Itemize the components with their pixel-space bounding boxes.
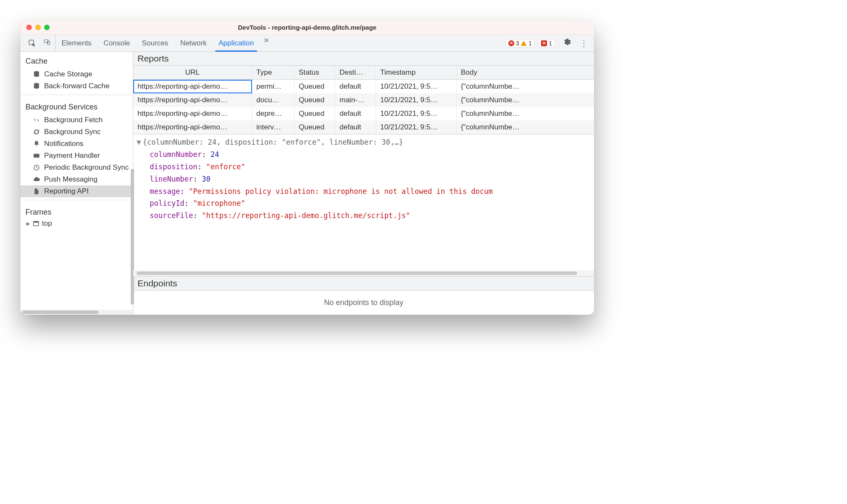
json-value: "microphone": [193, 199, 245, 207]
cloud-icon: [32, 175, 41, 184]
table-row[interactable]: https://reporting-api-demo…depre…Queuedd…: [133, 107, 594, 120]
sidebar-item-label: Background Fetch: [44, 116, 103, 124]
disclosure-triangle-icon[interactable]: ▼: [137, 136, 141, 148]
sidebar-item-background-fetch[interactable]: Background Fetch: [20, 114, 133, 126]
tab-application[interactable]: Application: [213, 35, 260, 51]
window-minimize-button[interactable]: [35, 25, 41, 30]
table-cell: https://reporting-api-demo…: [133, 93, 252, 107]
panel-tabs: Elements Console Sources Network Applica…: [56, 35, 273, 51]
sidebar-item-frame-top[interactable]: ▶ top: [20, 219, 133, 228]
col-body[interactable]: Body: [457, 66, 594, 79]
svg-rect-6: [34, 155, 39, 156]
report-body-json-viewer[interactable]: ▼{columnNumber: 24, disposition: "enforc…: [133, 134, 594, 270]
sidebar-item-periodic-background-sync[interactable]: Periodic Background Sync: [20, 162, 133, 174]
more-tabs-button[interactable]: »: [260, 35, 273, 51]
table-cell: default: [335, 107, 376, 120]
json-value: 24: [210, 150, 219, 159]
database-icon: [32, 82, 41, 90]
json-key: sourceFile: [150, 211, 193, 220]
disclosure-triangle-icon[interactable]: ▶: [26, 221, 30, 227]
table-cell: 10/21/2021, 9:5…: [376, 93, 457, 107]
tab-console[interactable]: Console: [98, 35, 136, 51]
sidebar-item-notifications[interactable]: Notifications: [20, 138, 133, 150]
col-timestamp[interactable]: Timestamp: [376, 66, 457, 79]
sidebar-vertical-scrollbar-thumb[interactable]: [131, 169, 134, 305]
clock-icon: [32, 163, 41, 172]
endpoints-empty-message: No endpoints to display: [133, 291, 594, 315]
table-cell: https://reporting-api-demo…: [133, 120, 252, 134]
devtools-window: DevTools - reporting-api-demo.glitch.me/…: [20, 20, 594, 315]
table-row[interactable]: https://reporting-api-demo…interv…Queued…: [133, 120, 594, 134]
table-cell: Queued: [294, 120, 335, 134]
sidebar-item-reporting-api[interactable]: Reporting API: [20, 185, 133, 197]
reports-pane-title: Reports: [133, 52, 594, 66]
sidebar-item-label: Payment Handler: [44, 151, 100, 160]
table-cell: depre…: [252, 107, 294, 120]
col-url[interactable]: URL: [133, 66, 252, 79]
issue-count: 1: [549, 40, 552, 47]
table-cell: main-…: [335, 93, 376, 107]
warning-count: 1: [528, 40, 532, 47]
json-value: "https://reporting-api-demo.glitch.me/sc…: [202, 211, 410, 220]
json-key: policyId: [150, 199, 185, 207]
json-value: 30: [202, 175, 210, 183]
sidebar-item-label: Periodic Background Sync: [44, 163, 129, 172]
reports-table: URL Type Status Desti… Timestamp Body ht…: [133, 66, 594, 134]
sync-icon: [32, 128, 41, 136]
sidebar-item-cache-storage[interactable]: Cache Storage: [20, 68, 133, 80]
window-close-button[interactable]: [26, 25, 32, 30]
table-cell: default: [335, 120, 376, 134]
sidebar-item-bfcache[interactable]: Back-forward Cache: [20, 80, 133, 92]
json-horizontal-scrollbar[interactable]: [133, 270, 594, 276]
sidebar-section-cache: Cache: [20, 52, 133, 68]
tab-sources[interactable]: Sources: [136, 35, 174, 51]
col-status[interactable]: Status: [294, 66, 335, 79]
sidebar-horizontal-scrollbar[interactable]: [20, 310, 133, 315]
sidebar-item-label: Reporting API: [44, 187, 89, 196]
table-cell: https://reporting-api-demo…: [133, 107, 252, 120]
col-type[interactable]: Type: [252, 66, 294, 79]
database-icon: [32, 70, 41, 78]
sidebar-item-push-messaging[interactable]: Push Messaging: [20, 174, 133, 185]
frame-icon: [32, 219, 40, 228]
window-title: DevTools - reporting-api-demo.glitch.me/…: [238, 24, 376, 31]
table-cell: {"columnNumbe…: [457, 107, 594, 120]
json-key: disposition: [150, 162, 198, 171]
tab-elements[interactable]: Elements: [56, 35, 98, 51]
devtools-toolbar: Elements Console Sources Network Applica…: [20, 35, 594, 52]
more-options-button[interactable]: ⋮: [575, 38, 594, 48]
issues-pill[interactable]: ✕ 1: [538, 39, 555, 48]
inspect-element-icon[interactable]: [28, 39, 36, 48]
sidebar-item-label: Background Sync: [44, 128, 101, 136]
tab-network[interactable]: Network: [174, 35, 213, 51]
table-cell: 10/21/2021, 9:5…: [376, 107, 457, 120]
json-key: lineNumber: [150, 175, 193, 183]
table-cell: {"columnNumbe…: [457, 80, 594, 93]
col-destination[interactable]: Desti…: [335, 66, 376, 79]
device-toggle-icon[interactable]: [43, 38, 51, 48]
frame-name: top: [42, 219, 52, 228]
error-count: 3: [516, 40, 519, 47]
window-zoom-button[interactable]: [44, 25, 50, 30]
sidebar-item-label: Cache Storage: [44, 70, 92, 78]
fetch-icon: [32, 116, 41, 124]
table-cell: {"columnNumbe…: [457, 93, 594, 107]
table-cell: https://reporting-api-demo…: [133, 80, 252, 93]
table-row[interactable]: https://reporting-api-demo…permi…Queuedd…: [133, 80, 594, 93]
console-errors-warnings-pill[interactable]: ✕ 3 1: [505, 39, 535, 48]
table-row[interactable]: https://reporting-api-demo…docu…Queuedma…: [133, 93, 594, 107]
sidebar-item-label: Push Messaging: [44, 175, 98, 184]
bell-icon: [32, 140, 41, 148]
sidebar-item-background-sync[interactable]: Background Sync: [20, 126, 133, 138]
document-icon: [32, 187, 41, 196]
sidebar-item-payment-handler[interactable]: Payment Handler: [20, 150, 133, 162]
settings-button[interactable]: [558, 38, 575, 48]
table-cell: Queued: [294, 107, 335, 120]
table-cell: permi…: [252, 80, 294, 93]
json-key: columnNumber: [150, 150, 202, 159]
sidebar-section-frames: Frames: [20, 203, 133, 219]
table-cell: Queued: [294, 80, 335, 93]
warning-icon: [521, 41, 527, 46]
sidebar-item-label: Notifications: [44, 140, 84, 148]
table-cell: docu…: [252, 93, 294, 107]
